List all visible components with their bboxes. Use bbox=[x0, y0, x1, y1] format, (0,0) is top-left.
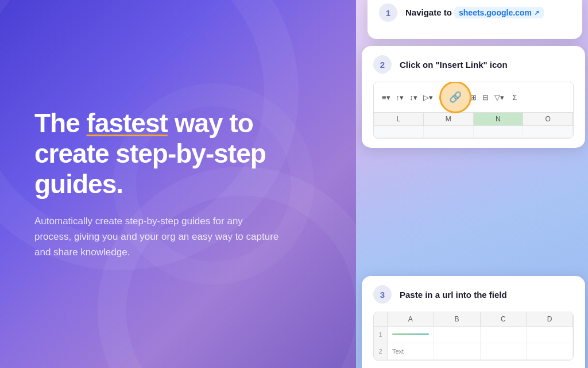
step3-col-D: D bbox=[527, 312, 573, 326]
step-2-card: 2 Click on "Insert Link" icon ≡▾ ↑▾ ↕▾ ▷… bbox=[362, 46, 585, 148]
step-1-card: 1 Navigate to sheets.google.com ↗ bbox=[368, 0, 582, 39]
subtext: Automatically create step-by-step guides… bbox=[34, 213, 281, 260]
cell-D2 bbox=[527, 343, 573, 359]
cell-C2 bbox=[481, 343, 527, 359]
headline-the: The bbox=[34, 108, 87, 138]
toolbar-icon-text-dir: ↑▾ bbox=[395, 93, 405, 102]
toolbar-icon-sum: Σ bbox=[511, 93, 518, 102]
step-3-card: 3 Paste in a url into the field A B C D … bbox=[362, 276, 585, 368]
external-link-icon: ↗ bbox=[534, 9, 539, 17]
col-N: N bbox=[474, 113, 524, 125]
row-2-num: 2 bbox=[374, 343, 388, 359]
cell-D1 bbox=[527, 327, 573, 343]
step3-row-2: 2 Text bbox=[374, 343, 573, 360]
data-row-1 bbox=[374, 126, 573, 138]
step-2-header: 2 Click on "Insert Link" icon bbox=[373, 55, 574, 74]
toolbar-icon-more: ▷▾ bbox=[422, 93, 434, 102]
cell-C1 bbox=[481, 327, 527, 343]
cell-M1 bbox=[424, 126, 474, 137]
step-3-header: 3 Paste in a url into the field bbox=[373, 285, 574, 304]
step3-row-1: 1 bbox=[374, 327, 573, 343]
toolbar-icon-col: ⊟ bbox=[481, 93, 490, 102]
toolbar-icon-wrap: ↕▾ bbox=[408, 93, 419, 102]
toolbar: ≡▾ ↑▾ ↕▾ ▷▾ · 🔗 ⊞ ⊟ ▽▾ Σ bbox=[374, 82, 573, 113]
col-headers: L M N O bbox=[374, 113, 573, 126]
step-2-number: 2 bbox=[373, 55, 392, 74]
col-L: L bbox=[374, 113, 424, 125]
step-1-number: 1 bbox=[379, 3, 397, 22]
left-panel: The fastest way to create step-by-step g… bbox=[0, 0, 356, 368]
cell-O1 bbox=[523, 126, 573, 137]
step-1-header: 1 Navigate to sheets.google.com ↗ bbox=[379, 3, 571, 22]
cell-B1 bbox=[434, 327, 481, 343]
cell-N1 bbox=[474, 126, 524, 137]
step3-col-A: A bbox=[388, 312, 434, 326]
cell-A2: Text bbox=[388, 343, 434, 359]
toolbar-icon-filter: ▽▾ bbox=[493, 93, 505, 102]
step3-col-C: C bbox=[481, 312, 527, 326]
spreadsheet-mockup: ≡▾ ↑▾ ↕▾ ▷▾ · 🔗 ⊞ ⊟ ▽▾ Σ L M bbox=[373, 82, 574, 139]
cell-A1 bbox=[388, 327, 434, 343]
step-1-label: Navigate to sheets.google.com ↗ bbox=[405, 7, 544, 18]
row-num-header bbox=[374, 312, 388, 326]
row-1-num: 1 bbox=[374, 327, 388, 343]
right-panel: 1 Navigate to sheets.google.com ↗ 2 Clic… bbox=[356, 0, 588, 368]
wave-line bbox=[392, 334, 429, 335]
insert-link-highlight[interactable]: 🔗 bbox=[445, 87, 466, 108]
step-2-label: Click on "Insert Link" icon bbox=[400, 60, 508, 70]
step-3-label: Paste in a url into the field bbox=[400, 290, 507, 300]
cell-L1 bbox=[374, 126, 424, 137]
step-1-url[interactable]: sheets.google.com ↗ bbox=[454, 7, 544, 18]
col-M: M bbox=[424, 113, 474, 125]
step3-col-B: B bbox=[434, 312, 481, 326]
toolbar-icon-align: ≡▾ bbox=[381, 93, 392, 102]
link-icon: 🔗 bbox=[449, 91, 462, 103]
step3-spreadsheet: A B C D 1 2 Text bbox=[373, 312, 574, 361]
step3-col-headers: A B C D bbox=[374, 312, 573, 327]
step-3-number: 3 bbox=[373, 285, 392, 304]
headline-fastest: fastest bbox=[87, 108, 168, 138]
orange-highlight-circle: 🔗 bbox=[439, 82, 471, 113]
col-O: O bbox=[523, 113, 573, 125]
cell-B2 bbox=[434, 343, 481, 359]
main-headline: The fastest way to create step-by-step g… bbox=[34, 108, 322, 200]
